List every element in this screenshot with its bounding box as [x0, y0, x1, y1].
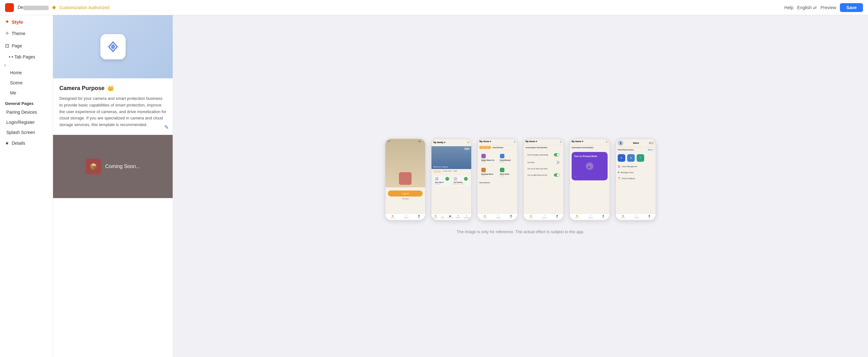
auth-dot	[52, 6, 56, 9]
coming-soon-text: Coming Soon...	[105, 163, 140, 169]
phone6-service-label: Third-Party Service	[618, 149, 633, 151]
phone4-item2: Gas Alarm	[527, 161, 535, 163]
phone3-add-icon[interactable]: +	[514, 140, 516, 144]
scene-label: Scene	[10, 80, 23, 85]
sidebar-tab-pages[interactable]: • Tab Pages	[0, 52, 53, 62]
try-now-label: Try Now	[388, 198, 423, 200]
phone6-ifttt-icon[interactable]: I	[637, 154, 644, 162]
edit-icon[interactable]: ✎	[164, 124, 169, 131]
toggle-gas-off[interactable]	[554, 161, 560, 164]
phone6-more[interactable]: More >	[648, 149, 654, 151]
help-button[interactable]: Help	[784, 5, 794, 10]
language-selector[interactable]: English ⇄	[797, 5, 817, 10]
phone4-item4: Turn on lights when sun rise	[527, 174, 547, 176]
coming-soon-card[interactable]: 📦 Coming Soon...	[53, 135, 173, 198]
card-description: Designed for your camera and smart prote…	[59, 95, 166, 128]
phone-thirdparty: 👤 Name ⚙⊡ Third-Party Service More > A G…	[615, 138, 656, 220]
save-button[interactable]: Save	[840, 3, 863, 12]
phone6-menu: 🏠 Home Management ✉ Message Center ❓ FAQ…	[616, 163, 656, 182]
phone3-screen: My Home ▾ + Automation OneClickGo Nitght…	[477, 139, 517, 220]
phone6-tab-me: 👤Me	[648, 215, 650, 219]
phone4-auto-label: Automation OneClickGo	[526, 147, 547, 148]
phone6-menu-item-2[interactable]: ✉ Message Center	[616, 170, 656, 176]
phone2-device1-sub: Bedroom	[435, 183, 449, 185]
phone2-camera-label: Bedroom's balcony	[433, 166, 448, 168]
tab-bath[interactable]: Bath	[454, 170, 457, 172]
phone6-menu-item-3[interactable]: ❓ FAQ & Feedback	[616, 176, 656, 182]
tab-pages-label: • Tab Pages	[12, 54, 35, 59]
card-image-top	[53, 15, 173, 78]
phone5-home: My Home ▾	[571, 140, 583, 144]
phone2-device2-sub: Bedroom · Online	[454, 183, 468, 185]
topbar: De Customization Authorized Help English…	[0, 0, 868, 15]
phone2-header: My family ▾	[433, 141, 445, 144]
phone6-avatar: 👤	[618, 140, 623, 146]
sidebar-me[interactable]: Me	[0, 88, 53, 98]
star-icon: ★	[5, 141, 9, 146]
phone5-auto-label: Automation OneClickGo	[571, 147, 593, 148]
tab-living-room[interactable]: Living room	[443, 170, 452, 172]
phone4-tab-me: 👤Me	[556, 215, 558, 219]
phone2-tab-camera: 📷Camera	[447, 215, 453, 219]
style-icon: ✦	[5, 19, 9, 25]
phone6-alexa-icon[interactable]: A	[618, 154, 625, 162]
phone6-google-icon[interactable]: G	[627, 154, 635, 162]
phone3-card4-sub: 4 tuns	[500, 175, 514, 177]
phone3-home: My Home ▾	[479, 140, 491, 144]
app-title: De	[18, 5, 49, 10]
style-label: Style	[12, 19, 23, 25]
me-label: Me	[10, 90, 16, 95]
sidebar-home[interactable]: Home	[0, 68, 53, 78]
tab-all-device[interactable]: All device	[433, 170, 441, 172]
sidebar-login-register[interactable]: Login/Register	[0, 117, 53, 127]
sidebar-scene[interactable]: Scene	[0, 78, 53, 88]
camera-purpose-card[interactable]: Camera Purpose 👑 Designed for your camer…	[53, 15, 173, 135]
page-label: Page	[12, 43, 22, 48]
splash-screen-label: Splash Screen	[6, 130, 35, 135]
toggle-lights-on[interactable]	[554, 174, 560, 177]
phone2-tab-settings: ⚙Settings	[464, 215, 469, 219]
phone4-add-icon[interactable]: +	[560, 140, 561, 144]
phone6-settings-icon[interactable]: ⚙⊡	[649, 142, 654, 145]
phone3-card3-sub: 4 tuns	[482, 175, 495, 177]
coming-soon-image: 📦 Coming Soon...	[53, 135, 173, 198]
middle-panel: Camera Purpose 👑 Designed for your camer…	[53, 15, 173, 357]
phone6-tab-home: 🏠Home	[621, 215, 625, 219]
phone6-tab-scene: 📄Scene	[634, 215, 639, 219]
chevron-down-icon: ∧	[4, 63, 7, 67]
preview-button[interactable]: Preview	[820, 5, 836, 10]
theme-label: Theme	[12, 31, 26, 36]
phone4-tab-home: 🏠Home	[529, 215, 533, 219]
phone1-tab-scene: 📄Scene	[404, 215, 408, 219]
main-layout: ✦ Style ✧ Theme ⊡ Page • Tab Pages ∧ Hom…	[0, 15, 868, 357]
preview-note: The image is only for reference. The act…	[457, 229, 585, 234]
general-pages-label: General Pages	[0, 98, 53, 107]
phone6-screen: 👤 Name ⚙⊡ Third-Party Service More > A G…	[616, 139, 656, 220]
phone-privacy: My Home ▾ + Automation OneClickGo Turn o…	[569, 138, 610, 220]
phone3-oneclick-label: OneClickGo	[493, 147, 503, 148]
phone2-add-icon[interactable]: +	[467, 140, 469, 145]
phone5-mic-icon: 🎤	[586, 162, 593, 170]
phone4-tab-scene: 📄Scene	[542, 215, 547, 219]
phone6-menu-item-1[interactable]: 🏠 Home Management	[616, 163, 656, 170]
phone3-recommend: Recommend	[477, 180, 517, 185]
phone5-tab-scene: 📄Scene	[588, 215, 593, 219]
preview-panel: 9:41 ▶▶ 🔋 Log In Try Now 🏠Home 📄Scene	[173, 15, 868, 357]
phone5-add-icon[interactable]: +	[606, 140, 608, 144]
card-title: Camera Purpose 👑	[59, 85, 166, 92]
phone3-tab-me: 👤Me	[510, 215, 512, 219]
sidebar-item-page[interactable]: ⊡ Page	[0, 39, 53, 52]
login-button[interactable]: Log In	[388, 190, 423, 197]
sidebar-details[interactable]: ★ Details	[0, 138, 53, 149]
tab-more[interactable]: ···	[459, 170, 461, 172]
phone-automation: My Home ▾ + Automation OneClickGo Push m…	[523, 138, 564, 220]
phone1-tab-me: 👤Me	[417, 215, 420, 219]
phone3-card2-sub: 2 tuns	[500, 161, 514, 163]
sidebar-item-theme[interactable]: ✧ Theme	[0, 27, 53, 39]
phone-myfamily: My family ▾ + OOO Bedroom's balcony All …	[431, 138, 472, 220]
sidebar-pairing-devices[interactable]: Pairing Devices	[0, 107, 53, 117]
phones-row: 9:41 ▶▶ 🔋 Log In Try Now 🏠Home 📄Scene	[385, 138, 656, 220]
toggle-push-on[interactable]	[554, 153, 560, 156]
sidebar-splash-screen[interactable]: Splash Screen	[0, 127, 53, 138]
phone4-item3: Turn on AC when I get home	[527, 168, 547, 170]
